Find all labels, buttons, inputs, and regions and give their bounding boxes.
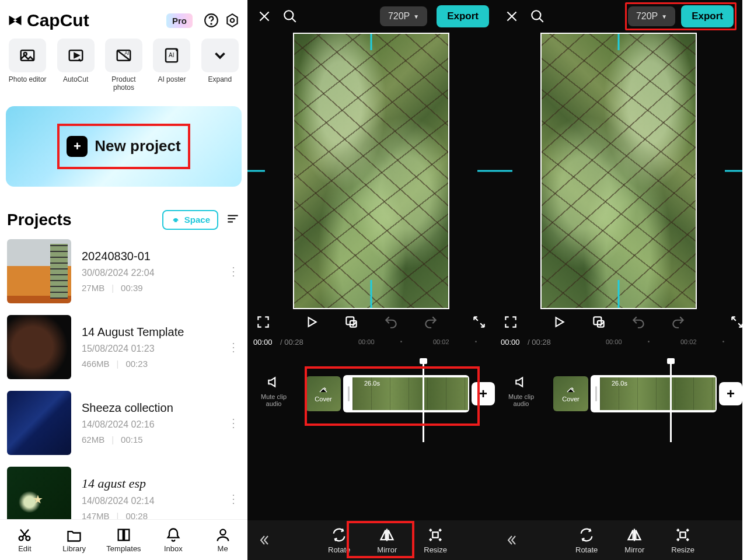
nav-templates[interactable]: Templates <box>99 520 149 560</box>
redo-icon[interactable] <box>669 313 687 331</box>
svg-marker-7 <box>74 53 79 58</box>
capcut-icon <box>7 12 23 29</box>
timeline[interactable]: Mute clip audio Cover 26.0s + <box>495 349 742 454</box>
trim-handle-left[interactable] <box>592 377 600 410</box>
close-icon[interactable] <box>501 5 523 27</box>
search-icon[interactable] <box>279 5 301 27</box>
guide-right <box>725 170 742 172</box>
project-item[interactable]: 20240830-01 30/08/2024 22:04 27MB|00:39 … <box>0 233 247 309</box>
tool-ai-poster[interactable]: AI AI poster <box>150 38 193 92</box>
quick-tools: Photo editor AutoCut AI Product photos A… <box>0 35 247 96</box>
project-item[interactable]: 14 August Template 15/08/2024 01:23 466M… <box>0 309 247 385</box>
add-clip-button[interactable]: + <box>719 382 742 405</box>
settings-icon[interactable] <box>224 12 240 29</box>
play-icon[interactable] <box>550 313 568 331</box>
mute-clip-audio[interactable]: Mute clip audio <box>501 374 542 407</box>
tool-expand[interactable]: Expand <box>198 38 242 92</box>
nav-me[interactable]: Me <box>198 520 247 560</box>
layers-icon[interactable] <box>343 313 360 331</box>
highlight-box <box>57 124 190 169</box>
nav-inbox[interactable]: Inbox <box>148 520 198 560</box>
nav-edit[interactable]: Edit <box>0 520 50 560</box>
export-button[interactable]: Export <box>681 5 734 27</box>
svg-line-23 <box>292 18 296 22</box>
guide-left <box>495 170 512 172</box>
svg-point-34 <box>532 10 540 19</box>
fullscreen-icon[interactable] <box>502 313 519 331</box>
tool-resize[interactable]: Resize <box>424 527 447 554</box>
resolution-dropdown[interactable]: 720P▼ <box>628 6 675 26</box>
resolution-dropdown[interactable]: 720P▼ <box>380 6 427 26</box>
space-button[interactable]: Space <box>162 210 218 230</box>
projects-header: Projects Space <box>0 192 247 233</box>
more-icon[interactable]: ⋮ <box>226 264 240 278</box>
more-icon[interactable]: ⋮ <box>226 416 240 430</box>
video-canvas[interactable] <box>293 33 449 309</box>
export-button[interactable]: Export <box>437 5 489 27</box>
sort-icon[interactable] <box>225 211 240 229</box>
time-ruler: 00:00 / 00:28 00:00 00:02 <box>247 335 495 349</box>
tool-photo-editor[interactable]: Photo editor <box>6 38 49 92</box>
svg-rect-43 <box>680 532 685 537</box>
editor-toolbar: Rotate Mirror Resize <box>247 520 495 560</box>
editor-topbar: 720P▼ Export <box>495 0 742 33</box>
tool-product-photos[interactable]: AI Product photos <box>102 38 145 92</box>
mute-clip-audio[interactable]: Mute clip audio <box>253 374 294 407</box>
projects-title: Projects <box>7 211 72 229</box>
svg-text:AI: AI <box>124 50 129 56</box>
pro-badge[interactable]: Pro <box>166 13 193 28</box>
expand-icon[interactable] <box>470 313 488 331</box>
home-header: CapCut Pro <box>0 0 247 35</box>
play-icon[interactable] <box>303 313 320 331</box>
tool-resize[interactable]: Resize <box>671 527 694 554</box>
highlight-box: 720P▼ Export <box>625 2 736 30</box>
svg-rect-31 <box>432 532 438 537</box>
project-thumbnail <box>7 315 71 379</box>
preview-area <box>495 33 742 309</box>
search-icon[interactable] <box>526 5 549 27</box>
main-clip[interactable]: 26.0s <box>591 375 717 412</box>
preview-area <box>247 33 495 309</box>
editor-panel-1: 720P▼ Export 00:00 / 00:28 00:00 00:02 M… <box>247 0 495 560</box>
new-project-card[interactable]: + New project <box>6 106 242 187</box>
back-icon[interactable] <box>247 533 280 547</box>
tool-autocut[interactable]: AutoCut <box>54 38 97 92</box>
svg-marker-2 <box>227 14 237 27</box>
expand-icon[interactable] <box>728 313 746 331</box>
project-thumbnail <box>7 239 71 303</box>
more-icon[interactable]: ⋮ <box>226 340 240 354</box>
video-track[interactable]: Cover 26.0s + <box>553 374 742 413</box>
tool-mirror[interactable]: Mirror <box>624 527 644 554</box>
svg-marker-36 <box>556 317 564 326</box>
nav-library[interactable]: Library <box>50 520 99 560</box>
playhead[interactable] <box>670 359 672 442</box>
svg-point-19 <box>220 530 225 535</box>
fullscreen-icon[interactable] <box>254 313 272 331</box>
svg-marker-24 <box>309 317 316 326</box>
redo-icon[interactable] <box>422 313 439 331</box>
more-icon[interactable]: ⋮ <box>226 492 240 506</box>
video-canvas[interactable] <box>540 33 697 309</box>
cover-clip[interactable]: Cover <box>553 376 588 411</box>
tool-rotate[interactable]: Rotate <box>575 527 598 554</box>
timeline[interactable]: Mute clip audio Cover 26.0s + <box>247 349 495 454</box>
app-name: CapCut <box>27 10 89 30</box>
svg-rect-18 <box>124 530 129 541</box>
projects-list: 20240830-01 30/08/2024 22:04 27MB|00:39 … <box>0 233 247 519</box>
undo-icon[interactable] <box>382 313 400 331</box>
undo-icon[interactable] <box>630 313 647 331</box>
layers-icon[interactable] <box>590 313 608 331</box>
project-thumbnail <box>7 391 71 455</box>
svg-point-1 <box>211 23 211 24</box>
highlight-box <box>347 521 414 558</box>
project-item[interactable]: Sheeza collection 14/08/2024 02:16 62MB|… <box>0 385 247 461</box>
close-icon[interactable] <box>253 5 275 27</box>
project-item[interactable]: 14 agust esp 14/08/2024 02:14 147MB|00:2… <box>0 461 247 519</box>
guide-v <box>371 280 372 308</box>
svg-marker-42 <box>636 530 641 539</box>
guide-left <box>247 170 265 172</box>
bottom-nav: Edit Library Templates Inbox Me <box>0 519 247 560</box>
back-icon[interactable] <box>495 533 528 547</box>
help-icon[interactable] <box>203 12 219 29</box>
time-ruler: 00:00 / 00:28 00:00 00:02 <box>495 335 742 349</box>
